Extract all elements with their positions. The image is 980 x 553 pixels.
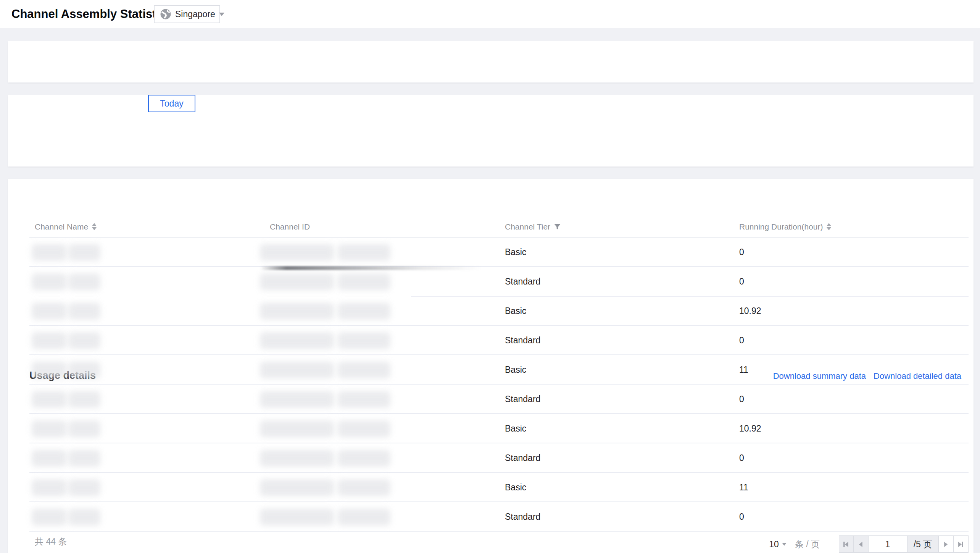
redacted-channel-name: [68, 362, 100, 378]
region-selector[interactable]: Singapore: [154, 5, 220, 23]
running-duration-cell: 11: [739, 473, 748, 502]
table-row: Standard 0: [29, 502, 969, 532]
redacted-channel-id: [338, 244, 390, 261]
column-header-channel-name[interactable]: Channel Name: [35, 216, 97, 238]
filter-bar: Time Zone +08:00 Today Yesterday Last 7 …: [8, 41, 974, 82]
redacted-channel-id: [260, 391, 334, 408]
running-duration-cell: 0: [739, 267, 744, 296]
running-duration-cell: 10.92: [739, 296, 761, 326]
table-header-row: Channel Name Channel ID Channel Tier Run…: [29, 216, 969, 238]
redacted-channel-name: [68, 450, 100, 467]
redacted-channel-name: [32, 303, 67, 320]
current-page-input[interactable]: 1: [869, 535, 907, 553]
table-row: Basic 10.92: [29, 296, 969, 326]
page-size-select[interactable]: 10: [769, 539, 787, 550]
redacted-channel-name: [32, 450, 67, 467]
channel-tier-cell: Standard: [505, 443, 540, 473]
sort-icon[interactable]: [827, 223, 831, 230]
region-selector-value: Singapore: [175, 9, 215, 19]
redacted-channel-id: [338, 332, 390, 349]
total-pages-label: /5 页: [907, 535, 939, 553]
redacted-channel-id: [338, 273, 390, 290]
redacted-channel-id: [260, 509, 334, 526]
channel-tier-cell: Standard: [505, 267, 540, 296]
column-header-channel-id[interactable]: Channel ID: [270, 216, 310, 238]
running-duration-cell: 0: [739, 385, 744, 414]
redacted-channel-id: [338, 362, 390, 378]
channel-tier-cell: Standard: [505, 326, 540, 355]
page-title: Channel Assembly Statistics: [11, 0, 173, 28]
channel-tier-cell: Basic: [505, 296, 526, 326]
redacted-channel-name: [68, 244, 100, 261]
redacted-channel-name: [32, 391, 67, 408]
filter-funnel-icon[interactable]: [554, 224, 561, 230]
chevron-down-icon: [782, 543, 787, 546]
redacted-channel-name: [68, 303, 100, 320]
pagination: 10 条 / 页 1 /5 页: [769, 535, 969, 553]
running-duration-cell: 0: [739, 443, 744, 473]
redacted-channel-name: [68, 273, 100, 290]
range-button-today[interactable]: Today: [148, 95, 195, 112]
top-header-bar: Channel Assembly Statistics Singapore: [0, 0, 980, 28]
prev-page-icon: [858, 541, 864, 548]
redacted-channel-id: [260, 303, 334, 320]
channel-tier-cell: Basic: [505, 473, 526, 502]
redacted-channel-id: [260, 273, 334, 290]
redacted-channel-id: [338, 479, 390, 496]
redacted-channel-name: [68, 420, 100, 437]
redacted-channel-name: [68, 479, 100, 496]
redacted-channel-id: [260, 332, 334, 349]
redacted-channel-name: [32, 509, 67, 526]
usage-details-card: Usage details Download summary data Down…: [8, 179, 974, 553]
table-row: Standard 0: [29, 443, 969, 473]
redacted-channel-id: [338, 303, 390, 320]
redacted-channel-name: [68, 509, 100, 526]
table-row: Basic 0: [29, 238, 969, 267]
table-row: Basic 10.92: [29, 414, 969, 443]
redacted-channel-name: [32, 362, 67, 378]
redacted-channel-id: [338, 450, 390, 467]
channel-tier-cell: Basic: [505, 414, 526, 443]
table-row: Standard 0: [29, 326, 969, 355]
channel-tier-cell: Basic: [505, 355, 526, 385]
channel-tier-cell: Standard: [505, 385, 540, 414]
table-row: Standard 0: [29, 385, 969, 414]
redacted-channel-name: [68, 391, 100, 408]
redacted-channel-id: [260, 244, 334, 261]
column-header-running-duration[interactable]: Running Duration(hour): [739, 216, 831, 238]
next-page-icon: [943, 541, 949, 548]
redacted-channel-id: [260, 479, 334, 496]
redacted-channel-name: [32, 273, 67, 290]
redacted-channel-name: [68, 332, 100, 349]
redacted-channel-name: [32, 420, 67, 437]
sort-icon[interactable]: [92, 223, 97, 230]
last-page-button[interactable]: [954, 535, 969, 553]
first-page-button[interactable]: [839, 535, 854, 553]
redaction-smudge: [260, 266, 481, 270]
last-page-icon: [957, 541, 964, 548]
redacted-channel-name: [32, 244, 67, 261]
running-duration-cell: 10.92: [739, 414, 761, 443]
table-row: Standard 0: [29, 267, 969, 296]
chevron-down-icon: [219, 13, 224, 16]
table-row: Basic 11: [29, 473, 969, 502]
redacted-channel-id: [338, 509, 390, 526]
running-duration-cell: 0: [739, 238, 744, 267]
redacted-channel-id: [338, 420, 390, 437]
prev-page-button[interactable]: [854, 535, 869, 553]
total-count: 共 44 条: [35, 530, 67, 553]
channel-tier-cell: Standard: [505, 502, 540, 532]
redacted-channel-id: [260, 362, 334, 378]
next-page-button[interactable]: [939, 535, 954, 553]
redacted-channel-name: [32, 332, 67, 349]
page-size-suffix: 条 / 页: [795, 538, 820, 550]
running-duration-cell: 11: [739, 355, 748, 385]
redacted-channel-name: [32, 479, 67, 496]
running-duration-cell: 0: [739, 502, 744, 532]
table-footer: 共 44 条 10 条 / 页 1 /5 页: [29, 530, 969, 553]
channel-tier-cell: Basic: [505, 238, 526, 267]
table-row: Basic 11: [29, 355, 969, 385]
redacted-channel-id: [338, 391, 390, 408]
redacted-channel-id: [260, 450, 334, 467]
column-header-channel-tier[interactable]: Channel Tier: [505, 216, 561, 238]
